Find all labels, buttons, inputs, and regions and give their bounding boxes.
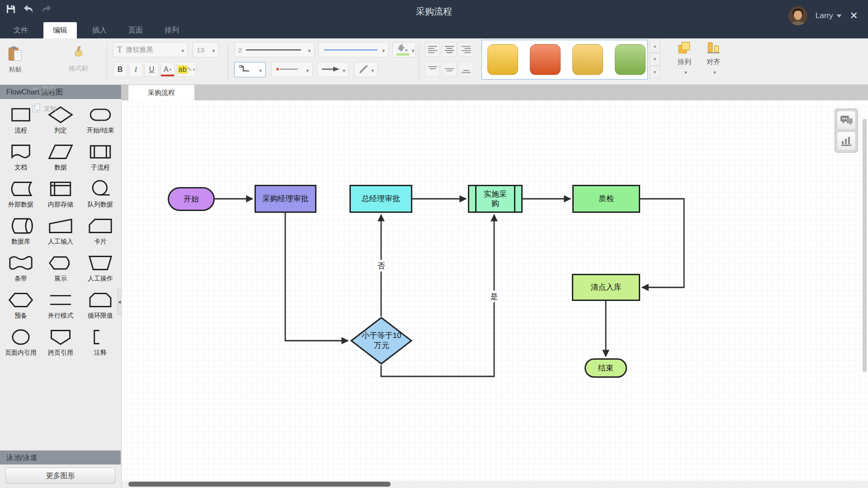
shape-off-page-reference[interactable]: 跨页引用 [41, 328, 80, 357]
arrow-style-select[interactable] [317, 62, 349, 77]
node-general-manager-approval[interactable]: 总经理审批 [349, 185, 412, 213]
shape-on-page-reference[interactable]: 页面内引用 [1, 328, 41, 357]
arrange-button[interactable]: 排列 [672, 41, 697, 81]
scissors-icon: ✂ [32, 84, 39, 94]
save-icon[interactable] [5, 4, 16, 14]
shape-subprocess[interactable]: 子流程 [80, 142, 120, 172]
undo-icon[interactable] [23, 4, 34, 14]
align-center-button[interactable] [442, 42, 457, 57]
bold-button[interactable]: B [113, 62, 127, 77]
shape-manual-operation[interactable]: 人工操作 [80, 253, 120, 283]
fill-color-button[interactable] [392, 42, 416, 57]
style-swatch-green[interactable] [615, 44, 646, 75]
font-size-value: 13 [197, 46, 204, 54]
edge-manager-to-decision[interactable] [285, 213, 348, 341]
node-purchase-manager-approval[interactable]: 采购经理审批 [255, 185, 316, 213]
tab-page[interactable]: 页面 [122, 22, 149, 38]
node-decision-amount[interactable] [351, 318, 411, 364]
chevron-down-icon [305, 46, 311, 54]
node-inventory-storage[interactable]: 清点入库 [572, 274, 640, 301]
cut-button[interactable]: ✂ 剪切 [32, 84, 55, 94]
shape-external-data[interactable]: 外部数据 [1, 179, 41, 209]
comment-button[interactable] [837, 111, 856, 130]
line-width-select[interactable]: 2 [234, 42, 315, 57]
font-color-button[interactable]: A [160, 62, 175, 77]
align-center-icon [444, 44, 455, 55]
external-data-shape-icon [8, 179, 34, 198]
node-start[interactable]: 开始 [168, 187, 215, 211]
shape-preparation[interactable]: 预备 [1, 291, 41, 320]
edge-qc-to-inventory[interactable] [640, 199, 684, 287]
more-shapes-button[interactable]: 更多图形 [5, 468, 115, 484]
chevron-down-icon [209, 46, 215, 54]
align-left-button[interactable] [425, 42, 440, 57]
format-painter-icon [71, 46, 85, 63]
sidebar-collapse-handle[interactable]: ◀ [117, 289, 122, 314]
chevron-down-icon [682, 68, 687, 76]
tab-arrange[interactable]: 排列 [158, 22, 185, 38]
shape-parallel-mode[interactable]: 并行模式 [41, 291, 80, 320]
line-color-select[interactable] [318, 42, 389, 57]
chart-button[interactable] [837, 131, 856, 150]
canvas-tab[interactable]: 采购流程 [128, 85, 194, 100]
shape-tape[interactable]: 条带 [1, 253, 41, 283]
shape-internal-storage[interactable]: 内部存储 [41, 179, 80, 209]
tab-insert[interactable]: 插入 [86, 22, 113, 38]
swimlane-section-header[interactable]: 泳池/泳道 [0, 450, 121, 465]
valign-top-icon [427, 64, 438, 75]
shape-loop-limit[interactable]: 循环限值 [80, 291, 120, 320]
swatch-scroll-down-button[interactable]: ▼ [650, 53, 660, 66]
document-shape-icon [8, 142, 34, 161]
shape-card[interactable]: 卡片 [80, 216, 120, 246]
pen-icon [359, 65, 368, 75]
align-shapes-button[interactable]: 对齐 [701, 41, 726, 81]
style-swatch-yellow[interactable] [487, 44, 518, 75]
font-family-value: 微软雅黑 [126, 46, 153, 54]
pen-style-select[interactable] [354, 62, 378, 77]
swatch-scroll-up-button[interactable]: ▲ [650, 40, 660, 52]
node-implement-purchase[interactable]: 实施采购 [468, 185, 523, 213]
copy-button[interactable]: 复制 [32, 103, 57, 114]
close-button[interactable]: ✕ [850, 11, 858, 21]
shape-data[interactable]: 数据 [41, 142, 80, 172]
highlight-button[interactable]: ab✎ [176, 62, 196, 77]
user-menu[interactable]: Larry [816, 11, 842, 20]
node-end[interactable]: 结束 [585, 358, 627, 378]
edge-decision-yes-to-implement[interactable] [381, 215, 494, 376]
vertical-scrollbar[interactable] [863, 119, 867, 372]
style-swatch-red[interactable] [530, 44, 561, 75]
valign-bottom-button[interactable] [458, 62, 473, 77]
tab-edit[interactable]: 编辑 [43, 22, 77, 38]
underline-button[interactable]: U [145, 62, 159, 77]
italic-button[interactable]: I [129, 62, 143, 77]
swatch-more-button[interactable]: ▼ [650, 66, 660, 79]
horizontal-scrollbar[interactable] [128, 482, 391, 487]
paste-button[interactable]: 粘贴 [7, 46, 24, 74]
valign-middle-button[interactable] [442, 62, 457, 77]
shape-queue-data[interactable]: 队列数据 [80, 179, 120, 209]
user-avatar[interactable] [788, 6, 807, 25]
font-family-select[interactable]: T 微软雅黑 [113, 42, 188, 57]
style-swatch-amber[interactable] [572, 44, 603, 75]
shape-annotation[interactable]: 注释 [80, 328, 120, 357]
dash-style-select[interactable] [271, 62, 313, 77]
font-size-select[interactable]: 13 [193, 42, 219, 57]
copy-label: 复制 [44, 105, 57, 113]
shape-database[interactable]: 数据库 [1, 216, 41, 246]
shape-display[interactable]: 展示 [41, 253, 80, 283]
redo-icon[interactable] [41, 4, 52, 14]
app-window: 采购流程 Larry ✕ 文件 编辑 插入 页面 排列 粘贴 ✂ 剪 [0, 0, 868, 488]
shape-document[interactable]: 文档 [1, 142, 41, 172]
drawing-canvas[interactable]: 开始 采购经理审批 总经理审批 实施采购 质检 清点入库 结束 小于等于10万元… [122, 100, 868, 488]
document-title: 采购流程 [0, 5, 868, 18]
toolbar: 粘贴 ✂ 剪切 复制 格式刷 T 微软雅黑 13 B I U A ab✎ [0, 38, 868, 85]
edge-label-yes: 是 [488, 291, 500, 302]
connector-style-select[interactable] [234, 62, 266, 77]
format-painter-button[interactable]: 格式刷 [69, 46, 88, 73]
shape-manual-input[interactable]: 人工输入 [41, 216, 80, 246]
align-right-button[interactable] [458, 42, 473, 57]
valign-top-button[interactable] [425, 62, 440, 77]
shape-start-end[interactable]: 开始/结束 [80, 105, 120, 135]
node-quality-check[interactable]: 质检 [572, 185, 640, 213]
tab-file[interactable]: 文件 [7, 22, 34, 38]
